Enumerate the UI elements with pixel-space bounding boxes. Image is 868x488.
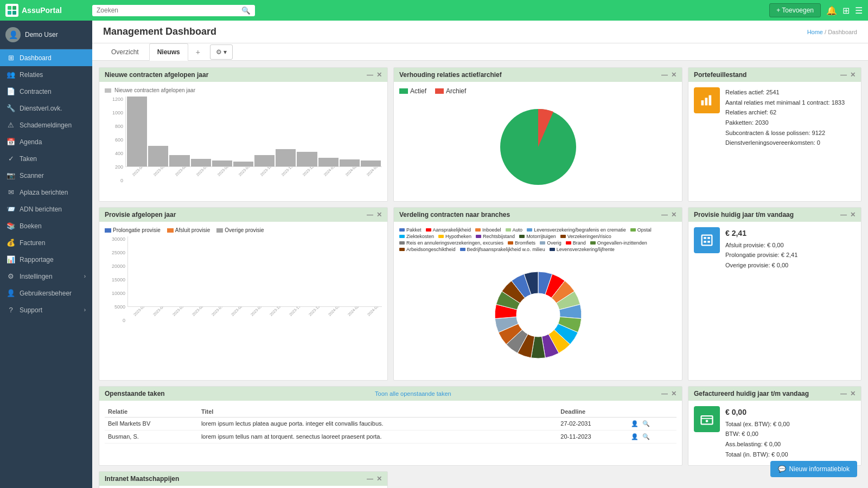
- minimize-icon[interactable]: —: [840, 71, 847, 79]
- bar: [340, 159, 360, 166]
- close-icon[interactable]: ✕: [376, 211, 382, 219]
- branch-legend-item: Motorrijtuigen: [519, 234, 556, 239]
- sidebar-item-label: Taken: [20, 155, 37, 163]
- close-icon[interactable]: ✕: [376, 475, 382, 483]
- card-header-actions: — ✕: [840, 390, 856, 397]
- sidebar-item-gebruikers[interactable]: 👤 Gebruikersbeheer: [0, 285, 92, 301]
- sidebar-item-adn[interactable]: 📨 ADN berichten: [0, 201, 92, 217]
- legend-label: Overige provisie: [225, 227, 264, 233]
- sidebar-item-support[interactable]: ? Support ›: [0, 301, 92, 318]
- sidebar-item-aplaza[interactable]: ✉ Aplaza berichten: [0, 184, 92, 201]
- branch-label: Levensverzekering/begrafenis en crematie: [534, 227, 626, 233]
- bar-chart: [127, 236, 382, 307]
- minimize-icon[interactable]: —: [661, 390, 668, 397]
- minimize-icon[interactable]: —: [661, 71, 668, 79]
- col-relatie: Relatie: [105, 406, 198, 418]
- menu-icon[interactable]: ☰: [855, 5, 863, 16]
- search-action-icon[interactable]: 🔍: [642, 420, 650, 427]
- add-button[interactable]: + Toevoegen: [769, 3, 821, 17]
- close-icon[interactable]: ✕: [376, 71, 382, 79]
- tab-overzicht[interactable]: Overzicht: [103, 43, 147, 61]
- grid-icon[interactable]: ⊞: [843, 5, 850, 16]
- card-header-portefeuille: Portefeuillestand — ✕: [688, 68, 861, 82]
- sidebar-item-label: Dienstverl.ovk.: [20, 105, 62, 112]
- search-button[interactable]: 🔍: [241, 7, 251, 15]
- bar: [127, 97, 147, 166]
- sidebar-item-label: ADN berichten: [20, 206, 62, 213]
- minimize-icon[interactable]: —: [367, 211, 373, 219]
- bell-icon[interactable]: 🔔: [826, 5, 837, 16]
- sidebar-item-boeken[interactable]: 📚 Boeken: [0, 217, 92, 234]
- branch-dot: [476, 235, 481, 238]
- search-action-icon[interactable]: 🔍: [642, 433, 650, 440]
- branch-dot: [550, 248, 555, 251]
- minimize-icon[interactable]: —: [840, 390, 847, 397]
- branch-legend-item: Verzekeringen/risico: [560, 234, 611, 239]
- close-icon[interactable]: ✕: [671, 71, 676, 79]
- chart-label: 2023-04: [129, 167, 154, 183]
- branch-label: Ongevallen-inzittenden: [597, 240, 647, 246]
- tab-nieuws[interactable]: Nieuws: [149, 43, 188, 61]
- branch-legend-item: Brand: [566, 240, 586, 246]
- sidebar-item-relaties[interactable]: 👥 Relaties: [0, 66, 92, 83]
- sidebar-item-label: Scanner: [20, 172, 44, 179]
- minimize-icon[interactable]: —: [367, 71, 373, 79]
- card-header-actions: — ✕: [367, 211, 382, 219]
- sidebar-item-taken[interactable]: ✓ Taken: [0, 150, 92, 167]
- relaties-icon: 👥: [7, 70, 15, 79]
- chart-x-labels: 2023-042023-052023-062023-072023-082023-…: [125, 167, 382, 183]
- branch-dot: [508, 241, 513, 245]
- card-title: Verdeling contracten naar branches: [399, 211, 510, 219]
- chart-label: 2023-05: [151, 167, 175, 183]
- chart-container: 120010008006004002000 2023-042023-052023…: [105, 97, 382, 183]
- chevron-right-icon-2: ›: [84, 307, 86, 313]
- sidebar-item-facturen[interactable]: 💰 Facturen: [0, 234, 92, 251]
- minimize-icon[interactable]: —: [661, 211, 668, 219]
- col-titel: Titel: [198, 406, 557, 418]
- breadcrumb-home[interactable]: Home: [807, 29, 823, 35]
- close-icon[interactable]: ✕: [671, 390, 676, 397]
- svg-rect-6: [709, 95, 712, 106]
- branch-label: Overig: [547, 240, 561, 246]
- branch-dot: [590, 241, 596, 245]
- sidebar-item-label: Contracten: [20, 88, 52, 95]
- close-icon[interactable]: ✕: [671, 211, 676, 219]
- sidebar-item-rapportage[interactable]: 📊 Rapportage: [0, 251, 92, 268]
- chart-x-labels: 2023-032023-042023-052023-062023-072023-…: [127, 307, 382, 323]
- chart-label: 2023-12: [299, 167, 324, 183]
- sidebar-item-dienst[interactable]: 🔧 Dienstverl.ovk.: [0, 100, 92, 117]
- tab-gear-button[interactable]: ⚙ ▾: [210, 44, 233, 60]
- search-input[interactable]: [97, 7, 241, 14]
- branch-legend-item: Bromfiets: [508, 240, 535, 246]
- card-header-verdeling: Verdeling contracten naar branches — ✕: [394, 208, 682, 222]
- sidebar-item-dashboard[interactable]: ⊞ Dashboard: [0, 49, 92, 66]
- instellingen-icon: ⚙: [7, 272, 15, 280]
- card-header-gefactureerd: Gefactureerd huidig jaar t/m vandaag — ✕: [688, 387, 861, 401]
- donut-container: [399, 255, 676, 375]
- sidebar-item-scanner[interactable]: 📷 Scanner: [0, 167, 92, 184]
- sidebar-item-contracten[interactable]: 📄 Contracten: [0, 83, 92, 100]
- branch-legend-item: Levensverzekering/lijfrente: [550, 247, 615, 252]
- user-action-icon[interactable]: 👤: [631, 433, 639, 440]
- chart-label: 2024-03: [365, 307, 382, 323]
- close-icon[interactable]: ✕: [850, 390, 856, 397]
- legend-archief-label: Archief: [446, 87, 466, 95]
- minimize-icon[interactable]: —: [367, 475, 373, 483]
- sidebar-item-instellingen[interactable]: ⚙ Instellingen ›: [0, 268, 92, 285]
- stat-icon-orange: [694, 87, 720, 113]
- sidebar-item-agenda[interactable]: 📅 Agenda: [0, 133, 92, 150]
- tasks-tbody: Bell Markets BV lorem ipsum lectus plate…: [105, 418, 676, 444]
- chart-label: 2024-01: [321, 167, 346, 183]
- legend-actief-label: Actief: [410, 87, 426, 95]
- close-icon[interactable]: ✕: [850, 71, 856, 79]
- tab-add-button[interactable]: +: [190, 44, 206, 60]
- afsluiten: Afsluit provisie: € 0,00: [725, 240, 797, 251]
- minimize-icon[interactable]: —: [840, 211, 847, 219]
- sidebar-item-schade[interactable]: ⚠ Schademeldingen: [0, 117, 92, 133]
- user-action-icon[interactable]: 👤: [631, 420, 639, 427]
- legend-label: Nieuwe contracten afgelopen jaar: [114, 87, 195, 93]
- show-all-tasks[interactable]: Toon alle openstaande taken: [375, 390, 451, 397]
- dashboard-grid: Nieuwe contracten afgelopen jaar — ✕ Nie…: [92, 61, 868, 488]
- new-info-button[interactable]: 💬 Nieuw informatieblok: [770, 461, 857, 477]
- close-icon[interactable]: ✕: [850, 211, 856, 219]
